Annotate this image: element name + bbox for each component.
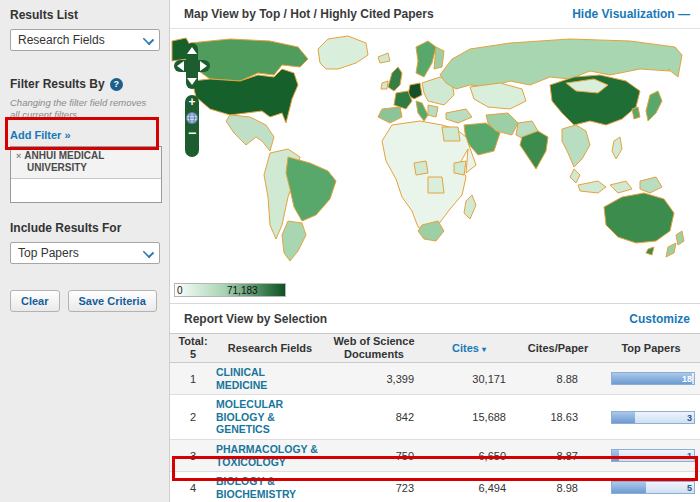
country-ethiopia[interactable] — [454, 161, 466, 175]
row-cites-per-paper: 8.87 — [514, 450, 602, 462]
top-papers-value: 18 — [682, 374, 692, 384]
map-legend-row: 0 71,183 — [170, 278, 700, 304]
map-view-title: Map View by Top / Hot / Highly Cited Pap… — [184, 7, 434, 21]
field-link[interactable]: BIOLOGY & BIOCHEMISTRY — [216, 475, 324, 500]
table-header-row: Total:5 Research Fields Web of Science D… — [170, 333, 700, 363]
sort-desc-icon: ▾ — [482, 345, 486, 354]
country-brazil[interactable] — [286, 157, 336, 221]
country-malaysia[interactable] — [570, 169, 580, 183]
country-indonesia-west[interactable] — [578, 181, 606, 193]
results-list-select[interactable]: Research Fields — [10, 29, 160, 51]
row-cites: 15,688 — [424, 411, 514, 423]
filter-note: Changing the filter field removes all cu… — [10, 97, 155, 122]
pan-right-icon[interactable] — [200, 61, 207, 71]
region-central-asia[interactable] — [470, 83, 526, 109]
country-philippines[interactable] — [612, 137, 622, 159]
region-balkans[interactable] — [428, 105, 438, 117]
top-papers-value: 5 — [687, 483, 692, 493]
chevron-down-icon — [144, 248, 152, 256]
country-madagascar[interactable] — [464, 195, 476, 219]
country-argentina[interactable] — [282, 221, 306, 261]
table-row: 1 CLINICAL MEDICINE 3,399 30,171 8.88 18 — [170, 363, 700, 395]
country-tasmania[interactable] — [646, 247, 654, 255]
country-iceland[interactable] — [378, 53, 390, 63]
chevron-down-icon — [144, 35, 152, 43]
scale-max-label: 71,183 — [227, 285, 258, 296]
map-zoom-control: + − — [185, 95, 199, 157]
country-greenland[interactable] — [318, 36, 368, 69]
field-link[interactable]: CLINICAL MEDICINE — [216, 366, 324, 391]
country-norway-sweden[interactable] — [416, 41, 436, 77]
top-papers-value: 3 — [687, 413, 692, 423]
country-new-zealand-north[interactable] — [676, 231, 684, 245]
country-australia[interactable] — [604, 193, 674, 243]
country-turkey[interactable] — [446, 109, 472, 123]
table-row-highlighted: 4 BIOLOGY & BIOCHEMISTRY 723 6,494 8.98 … — [170, 472, 700, 502]
country-ireland[interactable] — [381, 81, 388, 89]
country-mexico[interactable] — [226, 115, 274, 151]
top-papers-bar: 18 — [611, 372, 695, 385]
country-uk[interactable] — [388, 67, 402, 91]
add-filter-link[interactable]: Add Filter » — [10, 129, 71, 141]
region-southeast-asia[interactable] — [562, 125, 590, 167]
column-top-papers: Top Papers — [602, 342, 700, 355]
country-egypt[interactable] — [442, 127, 460, 141]
country-drc[interactable] — [428, 177, 444, 193]
country-nigeria[interactable] — [414, 161, 428, 175]
customize-link[interactable]: Customize — [629, 312, 690, 326]
pan-up-icon[interactable] — [187, 47, 197, 54]
column-research-fields: Research Fields — [216, 342, 324, 355]
results-list-heading: Results List — [10, 8, 159, 22]
country-france[interactable] — [394, 91, 412, 109]
country-india[interactable] — [520, 131, 548, 169]
zoom-out-button[interactable]: − — [185, 127, 199, 139]
active-filter-label: ANHUI MEDICAL UNIVERSITY — [24, 150, 104, 174]
row-cites-per-paper: 8.98 — [514, 482, 602, 494]
include-results-heading: Include Results For — [10, 221, 159, 235]
filter-results-heading: Filter Results By — [10, 77, 105, 91]
clear-button[interactable]: Clear — [10, 290, 60, 312]
row-cites: 6,494 — [424, 482, 514, 494]
column-cites-sort[interactable]: Cites ▾ — [424, 342, 514, 355]
row-rank: 1 — [170, 373, 216, 385]
country-spain[interactable] — [378, 107, 402, 123]
report-table: Total:5 Research Fields Web of Science D… — [170, 333, 700, 502]
top-papers-bar: 5 — [611, 481, 695, 494]
globe-icon[interactable] — [185, 111, 199, 125]
help-icon[interactable]: ? — [110, 78, 123, 91]
pan-down-icon[interactable] — [187, 78, 197, 85]
row-cites-per-paper: 18.63 — [514, 411, 602, 423]
choropleth-world-map[interactable] — [170, 29, 695, 277]
results-list-selected-value: Research Fields — [18, 33, 105, 47]
filter-sidebar: Results List Research Fields Filter Resu… — [0, 0, 170, 502]
field-link[interactable]: MOLECULAR BIOLOGY & GENETICS — [216, 398, 324, 436]
active-filter-item[interactable]: ×ANHUI MEDICAL UNIVERSITY — [11, 147, 161, 179]
hide-visualization-link[interactable]: Hide Visualization — — [572, 7, 690, 21]
top-papers-value: 1 — [687, 451, 692, 461]
pan-left-icon[interactable] — [177, 61, 184, 71]
country-japan[interactable] — [646, 91, 662, 121]
row-rank: 3 — [170, 450, 216, 462]
country-south-korea[interactable] — [632, 107, 640, 119]
map-pan-control[interactable] — [174, 43, 210, 89]
remove-filter-icon[interactable]: × — [16, 151, 21, 161]
country-new-zealand-south[interactable] — [666, 243, 676, 257]
row-rank: 2 — [170, 411, 216, 423]
total-header: Total:5 — [170, 335, 216, 360]
zoom-in-button[interactable]: + — [185, 95, 199, 109]
country-finland[interactable] — [434, 47, 444, 69]
top-papers-bar: 1 — [611, 449, 695, 462]
save-criteria-button[interactable]: Save Criteria — [68, 290, 157, 312]
column-cites-per-paper: Cites/Paper — [514, 342, 602, 355]
world-map-panel: + − — [170, 28, 700, 278]
field-link[interactable]: PHARMACOLOGY & TOXICOLOGY — [216, 443, 324, 468]
row-documents: 3,399 — [324, 373, 424, 385]
include-results-select[interactable]: Top Papers — [10, 242, 160, 264]
active-filters-listbox[interactable]: ×ANHUI MEDICAL UNIVERSITY — [10, 146, 162, 203]
country-indonesia-east[interactable] — [610, 181, 632, 193]
column-documents: Web of Science Documents — [324, 335, 424, 360]
row-cites: 30,171 — [424, 373, 514, 385]
table-row: 2 MOLECULAR BIOLOGY & GENETICS 842 15,68… — [170, 395, 700, 440]
country-italy[interactable] — [416, 101, 428, 121]
country-papua[interactable] — [640, 177, 662, 193]
